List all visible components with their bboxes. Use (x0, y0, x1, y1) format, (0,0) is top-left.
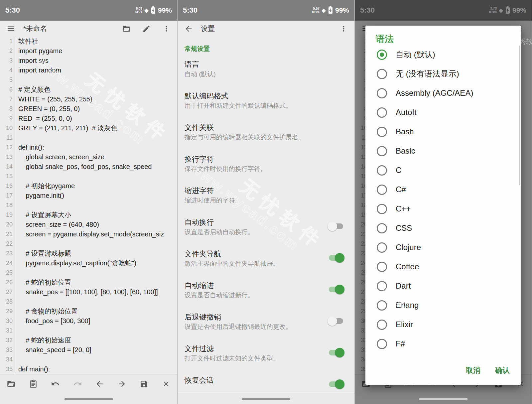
home-indicator[interactable] (242, 398, 290, 400)
radio-button[interactable] (377, 88, 387, 98)
syntax-option[interactable]: C++ (365, 199, 521, 218)
toggle-switch[interactable] (328, 379, 344, 389)
syntax-option[interactable]: Clojure (365, 238, 521, 257)
toggle-switch[interactable] (328, 285, 344, 294)
syntax-option-list: 自动 (默认) 无 (没有语法显示) Assembly (AGC/AEA) Au… (365, 45, 521, 353)
syntax-option[interactable]: Basic (365, 141, 521, 161)
radio-button[interactable] (377, 165, 387, 176)
syntax-option[interactable]: Erlang (365, 296, 521, 315)
syntax-option[interactable]: Assembly (AGC/AEA) (365, 83, 521, 103)
code-line: 1 软件社 (0, 37, 177, 46)
setting-title: 恢复会话 (185, 376, 325, 385)
syntax-option[interactable]: 无 (没有语法显示) (365, 64, 521, 83)
open-file-icon[interactable] (5, 378, 17, 390)
syntax-option[interactable]: C (365, 161, 521, 180)
cancel-button[interactable]: 取消 (466, 365, 480, 375)
settings-item[interactable]: 后退键撤销 设置是否使用后退键撤销最近的更改。 (178, 308, 354, 339)
radio-button[interactable] (377, 50, 387, 60)
radio-button[interactable] (377, 223, 387, 233)
toggle-switch[interactable] (328, 221, 344, 231)
dialog-scrollbar[interactable] (519, 46, 520, 185)
radio-button[interactable] (377, 127, 387, 137)
radio-button[interactable] (377, 146, 387, 156)
save-icon[interactable] (138, 378, 150, 390)
radio-button[interactable] (377, 320, 387, 330)
line-number: 22 (0, 239, 15, 249)
syntax-option[interactable]: Dart (365, 276, 521, 296)
radio-button[interactable] (377, 281, 387, 291)
code-text: # 初始化pygame (15, 181, 75, 191)
toggle-switch[interactable] (328, 348, 344, 357)
code-editor[interactable]: 1 软件社 2 import pygame 3 import sys 4 imp… (0, 37, 177, 374)
syntax-option[interactable]: C# (365, 180, 521, 199)
syntax-option[interactable]: Coffee (365, 257, 521, 276)
radio-button[interactable] (377, 300, 387, 311)
settings-item[interactable]: 文件夹导航 激活主界面中的文件夹导航抽屉。 (178, 245, 354, 276)
code-line: 26 # 蛇的初始位置 (0, 278, 177, 287)
line-number: 17 (0, 191, 15, 201)
code-line: 21 screen = pygame.display.set_mode(scre… (0, 229, 177, 239)
confirm-button[interactable]: 确认 (495, 365, 510, 375)
redo-icon[interactable] (72, 378, 83, 390)
gesture-nav-area (355, 393, 532, 404)
settings-item[interactable]: 默认编码格式 用于打开和新建文件的默认编码格式。 (178, 87, 354, 118)
syntax-option[interactable]: AutoIt (365, 103, 521, 122)
toggle-switch[interactable] (328, 253, 344, 263)
open-folder-button[interactable] (121, 23, 132, 34)
setting-description: 指定与可用的编辑器相关联的文件扩展名。 (185, 132, 325, 142)
menu-icon[interactable] (5, 23, 17, 34)
syntax-option-label: AutoIt (396, 108, 417, 117)
settings-item[interactable]: 缩进字符 缩进时使用的字符。 (178, 182, 354, 213)
settings-item[interactable]: 换行字符 保存文件时使用的换行字符。 (178, 150, 354, 182)
settings-item[interactable]: 恢复会话 (178, 371, 354, 393)
radio-button[interactable] (377, 69, 387, 79)
home-indicator[interactable] (419, 398, 467, 400)
vpn-icon: ◆ (144, 8, 149, 13)
overflow-menu-icon[interactable] (161, 23, 172, 34)
syntax-option[interactable]: Bash (365, 122, 521, 141)
code-text: import random (15, 66, 61, 75)
setting-description: 设置是否自动缩进新行。 (185, 290, 325, 300)
code-text (15, 201, 18, 210)
syntax-option-label: Assembly (AGC/AEA) (396, 88, 473, 98)
settings-item[interactable]: 语言 自动 (默认) (178, 55, 354, 87)
settings-item[interactable]: 自动换行 设置是否启动自动换行。 (178, 213, 354, 245)
back-icon[interactable] (183, 23, 194, 34)
line-number: 26 (0, 278, 15, 287)
cursor-left-icon[interactable] (94, 378, 105, 390)
settings-item[interactable]: 自动缩进 设置是否自动缩进新行。 (178, 276, 354, 308)
code-line: 6 # 定义颜色 (0, 85, 177, 94)
radio-button[interactable] (377, 242, 387, 253)
line-number: 29 (0, 307, 15, 316)
syntax-option[interactable]: Elixir (365, 315, 521, 334)
syntax-option-label: Coffee (396, 262, 419, 271)
syntax-option[interactable]: 自动 (默认) (365, 45, 521, 64)
radio-button[interactable] (377, 339, 387, 349)
radio-button[interactable] (377, 185, 387, 195)
settings-item[interactable]: 文件过滤 打开文件时过滤未知的文件类型。 (178, 339, 354, 371)
syntax-dialog-screen: 5:30 3.70KB/s ◆ 99% 1 软件社 2 (354, 0, 532, 404)
code-text: WHITE = (255, 255, 255) (15, 94, 92, 104)
syntax-option[interactable]: CSS (365, 218, 521, 238)
setting-description: 缩进时使用的字符。 (185, 196, 325, 205)
paste-icon[interactable] (28, 378, 39, 390)
home-indicator[interactable] (65, 398, 113, 400)
code-text: import pygame (15, 46, 62, 56)
code-line: 19 # 设置屏幕大小 (0, 210, 177, 220)
close-icon[interactable] (161, 378, 172, 390)
undo-icon[interactable] (50, 378, 61, 390)
code-line: 29 # 食物的初始位置 (0, 307, 177, 316)
radio-button[interactable] (377, 204, 387, 214)
radio-button[interactable] (377, 107, 387, 118)
edit-button[interactable] (141, 23, 152, 34)
settings-item[interactable]: 文件关联 指定与可用的编辑器相关联的文件扩展名。 (178, 118, 354, 150)
radio-button[interactable] (377, 262, 387, 272)
cursor-right-icon[interactable] (116, 378, 128, 390)
code-text: snake_speed = [20, 0] (15, 345, 91, 355)
code-line: 10 GREY = (211, 211, 211) # 淡灰色 (0, 123, 177, 133)
network-speed: 5.57KB/s (312, 7, 320, 14)
document-title: *未命名 (23, 24, 47, 33)
toggle-switch[interactable] (328, 316, 344, 326)
overflow-menu-icon[interactable] (338, 23, 349, 34)
syntax-option[interactable]: F# (365, 334, 521, 353)
